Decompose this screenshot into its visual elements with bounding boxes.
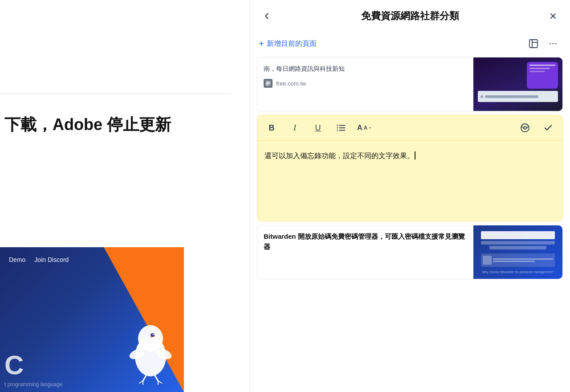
svg-point-19 [553,43,554,45]
favicon-icon [265,80,272,87]
purple-bottom-bar [478,91,558,102]
bar-text [485,95,538,98]
card-2-inner: Bitwarden 開放原始碼免費密碼管理器，可匯入密碼檔支援常見瀏覽器 [257,225,562,279]
svg-line-10 [155,376,158,381]
bitwarden-row-1 [481,241,555,245]
card-1: 南，每日網路資訊與科技新知 free.com.tw [257,57,563,111]
card-1-source: free.com.tw [264,79,467,88]
bitwarden-row-2 [489,246,547,249]
bitwarden-preview: Why choose Bitwarden for password manage… [473,225,562,279]
bw-icon [483,256,492,265]
svg-marker-31 [369,127,371,128]
svg-point-33 [524,127,526,129]
card-2: Bitwarden 開放原始碼免費密碼管理器，可匯入密碼檔支援常見瀏覽器 [257,225,563,279]
svg-point-29 [337,127,338,129]
svg-point-1 [138,325,163,352]
card-1-content: 南，每日網路資訊與科技新知 free.com.tw [257,57,473,111]
footer-text: t programming language [4,381,62,388]
right-toolbar: + 新增目前的頁面 [250,32,570,57]
more-icon [548,39,558,49]
italic-button[interactable]: I [288,121,302,135]
right-panel: 免費資源網路社群分類 + 新增目前的頁面 [249,0,570,392]
bitwarden-caption: Why choose Bitwarden for password manage… [482,270,554,274]
font-label-small: A [364,125,368,131]
bw-line-2 [493,261,535,262]
bar-button [542,94,555,99]
svg-point-28 [337,125,338,126]
bitwarden-feature [481,253,555,267]
plus-icon: + [259,39,264,49]
back-button[interactable] [259,8,275,24]
mascot-figure [126,303,175,392]
note-toolbar: B I U [257,115,562,141]
card-1-url: free.com.tw [276,80,306,87]
panel-title: 免費資源網路社群分類 [280,9,540,23]
more-button[interactable] [545,36,561,52]
underline-button[interactable]: U [311,121,325,135]
svg-point-18 [550,43,551,45]
confirm-button[interactable] [541,121,555,135]
note-text-content: 還可以加入備忘錄功能，設定不同的文字效果。 [265,152,414,159]
italic-label: I [293,123,296,133]
left-divider [0,94,232,94]
underline-label: U [315,123,321,133]
text-cursor [415,151,415,159]
note-button[interactable] [525,36,542,52]
bar-dot [480,95,483,98]
card-2-title: Bitwarden 開放原始碼免費密碼管理器，可匯入密碼檔支援常見瀏覽器 [264,232,467,252]
mascot-svg [126,303,175,392]
svg-point-4 [153,334,154,335]
back-icon [262,11,272,21]
bold-button[interactable]: B [265,121,279,135]
font-size-button[interactable]: A A [357,121,371,135]
note-card: B I U [257,115,563,221]
svg-line-8 [139,381,143,383]
note-icon [528,38,539,49]
close-icon [549,12,558,20]
svg-line-7 [143,376,146,381]
right-scroll-area[interactable]: 南，每日網路資訊與科技新知 free.com.tw [250,57,570,392]
svg-rect-24 [266,84,269,85]
card-2-image: Why choose Bitwarden for password manage… [473,225,562,279]
card-2-content: Bitwarden 開放原始碼免費密碼管理器，可匯入密碼檔支援常見瀏覽器 [257,225,473,279]
right-header: 免費資源網路社群分類 [250,0,570,32]
article-title: 下載，Adobe 停止更新 [0,114,171,136]
add-page-label: 新增目前的頁面 [267,39,317,49]
note-content-area[interactable]: 還可以加入備忘錄功能，設定不同的文字效果。 [257,141,562,221]
font-label-large: A [357,124,362,132]
color-picker-button[interactable] [518,121,532,135]
purple-card-decoration [527,62,558,89]
card-1-favicon [264,79,273,88]
close-button[interactable] [545,8,561,24]
font-dropdown-icon [369,125,371,131]
card-1-description: 南，每日網路資訊與科技新知 [264,64,467,74]
card-1-inner: 南，每日網路資訊與科技新知 free.com.tw [257,57,562,111]
bold-label: B [269,123,275,133]
bw-lines [493,258,553,262]
svg-line-11 [158,381,162,383]
join-discord-link[interactable]: Join Discord [34,256,69,263]
add-page-button[interactable]: + 新增目前的頁面 [259,39,317,49]
demo-label: Demo [9,256,25,263]
bitwarden-logo-bar [481,231,555,239]
svg-rect-23 [266,83,270,84]
color-wheel-icon [520,122,530,133]
left-bottom-card: Demo Join Discord [0,247,184,392]
check-icon [543,123,553,133]
svg-point-20 [555,43,557,45]
note-text: 還可以加入備忘錄功能，設定不同的文字效果。 [265,150,555,162]
list-button[interactable] [334,121,348,135]
left-panel: 下載，Adobe 停止更新 Demo Join Discord [0,0,249,392]
svg-point-30 [337,130,338,131]
bw-line-1 [493,258,553,260]
left-logo: C [4,352,24,379]
list-icon [336,123,346,133]
svg-rect-22 [266,82,270,83]
card-1-image [473,57,562,111]
svg-rect-15 [529,40,537,48]
